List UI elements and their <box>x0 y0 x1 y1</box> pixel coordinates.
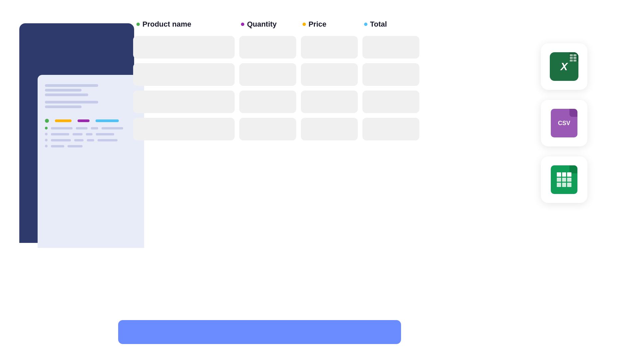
csv-icon: CSV <box>551 109 577 137</box>
sheets-cell <box>567 183 571 187</box>
doc-lines <box>45 84 137 108</box>
mini-cell-3d <box>98 139 117 141</box>
cell-price-3 <box>301 91 358 113</box>
excel-icon: X <box>550 52 578 81</box>
mini-cell-2b <box>73 133 83 135</box>
mini-dot-4 <box>45 145 48 147</box>
table-grid <box>133 36 419 140</box>
excel-grid-cell <box>573 60 576 62</box>
color-line-blue <box>96 119 119 122</box>
table-header: Product name Quantity Price Total <box>133 20 419 29</box>
quantity-dot <box>241 23 244 26</box>
mini-cell-1d <box>102 127 123 129</box>
color-line-purple <box>78 119 90 122</box>
excel-grid <box>570 54 576 62</box>
csv-label: CSV <box>558 120 570 127</box>
google-sheets-icon-card[interactable] <box>541 156 587 203</box>
cell-product-1 <box>133 36 235 59</box>
doc-line-short <box>45 93 88 96</box>
color-indicators-row <box>45 119 137 123</box>
cell-total-4 <box>362 118 419 140</box>
mini-cell-3b <box>74 139 84 141</box>
cell-quantity-3 <box>239 91 296 113</box>
mini-dot-1 <box>45 127 48 129</box>
cell-product-3 <box>133 91 235 113</box>
excel-grid-cell <box>570 54 573 56</box>
cell-quantity-4 <box>239 118 296 140</box>
color-line-yellow <box>55 119 72 122</box>
column-header-total: Total <box>364 20 419 29</box>
sheets-cell <box>557 183 561 187</box>
mini-row-1 <box>45 127 137 129</box>
cell-quantity-2 <box>239 63 296 86</box>
doc-line-medium-2 <box>45 105 82 108</box>
cell-total-3 <box>362 91 419 113</box>
sheets-cell <box>567 172 571 177</box>
doc-panel <box>38 75 144 248</box>
export-icons-panel: X CSV <box>541 43 587 203</box>
sheets-cell <box>562 178 566 182</box>
table-row <box>133 63 419 86</box>
mini-cell-4b <box>68 145 83 147</box>
sheets-cell <box>562 183 566 187</box>
sheets-cell <box>557 172 561 177</box>
table-row <box>133 36 419 59</box>
doc-line-long-2 <box>45 101 98 103</box>
mini-row-2 <box>45 133 137 135</box>
sheets-cell <box>567 178 571 182</box>
column-header-quantity: Quantity <box>241 20 303 29</box>
excel-grid-cell <box>573 54 576 56</box>
total-label: Total <box>370 20 387 29</box>
mini-cell-1a <box>51 127 73 129</box>
sheets-cell <box>562 172 566 177</box>
column-header-price: Price <box>303 20 364 29</box>
doc-line-medium <box>45 89 82 91</box>
sheets-grid <box>557 172 571 187</box>
quantity-label: Quantity <box>247 20 277 29</box>
cell-product-4 <box>133 118 235 140</box>
mini-dot-3 <box>45 139 48 141</box>
mini-table <box>45 127 137 147</box>
mini-cell-1c <box>91 127 98 129</box>
mini-cell-3a <box>51 139 71 141</box>
total-dot <box>364 23 367 26</box>
mini-cell-3c <box>87 139 94 141</box>
doc-line-group-2 <box>45 101 137 108</box>
product-name-dot <box>136 23 140 26</box>
cell-quantity-1 <box>239 36 296 59</box>
price-dot <box>303 23 306 26</box>
cell-total-1 <box>362 36 419 59</box>
cell-total-2 <box>362 63 419 86</box>
mini-cell-2a <box>51 133 69 135</box>
sheets-icon <box>551 165 577 194</box>
mini-cell-4a <box>51 145 64 147</box>
mini-row-4 <box>45 145 137 147</box>
excel-x-letter: X <box>560 61 567 72</box>
mini-cell-2c <box>86 133 93 135</box>
left-illustration <box>19 23 139 256</box>
sheets-cell <box>557 178 561 182</box>
doc-line-long <box>45 84 98 87</box>
doc-line-group <box>45 84 137 96</box>
excel-icon-card[interactable]: X <box>541 43 587 90</box>
csv-icon-card[interactable]: CSV <box>541 100 587 146</box>
cell-price-1 <box>301 36 358 59</box>
main-table-area: Product name Quantity Price Total <box>133 20 419 140</box>
excel-grid-cell <box>573 57 576 59</box>
bottom-bar <box>118 320 401 344</box>
mini-cell-2d <box>96 133 114 135</box>
cell-price-2 <box>301 63 358 86</box>
product-name-label: Product name <box>142 20 191 29</box>
column-header-product-name: Product name <box>136 20 241 29</box>
csv-file-body: CSV <box>551 109 577 137</box>
mini-row-3 <box>45 139 137 141</box>
mini-dot-2 <box>45 133 48 135</box>
cell-product-2 <box>133 63 235 86</box>
mini-cell-1b <box>76 127 88 129</box>
excel-grid-cell <box>570 60 573 62</box>
table-row <box>133 91 419 113</box>
excel-grid-cell <box>570 57 573 59</box>
price-label: Price <box>309 20 326 29</box>
table-row <box>133 118 419 140</box>
color-dot-green <box>45 119 49 123</box>
